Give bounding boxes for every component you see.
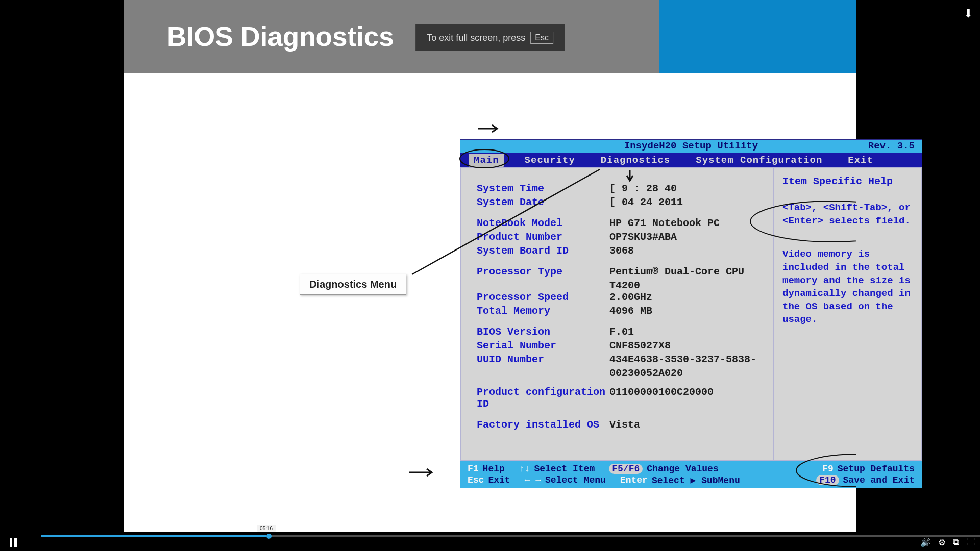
system-date-label: System Date: [477, 196, 609, 208]
tab-diagnostics[interactable]: Diagnostics: [596, 154, 675, 167]
download-icon[interactable]: ⬇: [964, 7, 973, 20]
system-time-value[interactable]: [ 9 : 28 40: [609, 183, 764, 194]
footer-select-submenu: EnterSelect ▶ SubMenu: [620, 474, 740, 486]
processor-type-label: Processor Type: [477, 266, 609, 278]
bios-utility-title: InsydeH20 Setup Utility: [624, 140, 758, 152]
processor-speed-value: 2.00GHz: [609, 291, 764, 303]
bios-setup-window: InsydeH20 Setup Utility Rev. 3.5 Main Se…: [460, 139, 922, 487]
processor-speed-label: Processor Speed: [477, 291, 609, 303]
system-board-value: 3068: [609, 245, 764, 257]
help-panel-title: Item Specific Help: [782, 176, 913, 187]
product-number-label: Product Number: [477, 231, 609, 243]
factory-os-value: Vista: [609, 419, 764, 431]
footer-select-menu: ← →Select Menu: [525, 474, 606, 486]
total-memory-label: Total Memory: [477, 305, 609, 317]
system-board-label: System Board ID: [477, 245, 609, 257]
factory-os-label: Factory installed OS: [477, 419, 609, 431]
fullscreen-icon[interactable]: ⛶: [966, 537, 975, 548]
svg-rect-5: [14, 538, 17, 547]
slide-title: BIOS Diagnostics: [167, 21, 394, 52]
footer-exit: EscExit: [468, 474, 510, 486]
system-time-label: System Time: [477, 183, 609, 194]
uuid-value-2: 00230052A020: [477, 367, 764, 379]
bios-titlebar: InsydeH20 Setup Utility Rev. 3.5: [460, 140, 922, 153]
tab-main[interactable]: Main: [469, 154, 504, 167]
video-scrubber[interactable]: [266, 534, 272, 539]
footer-setup-defaults: F9Setup Defaults: [822, 464, 915, 474]
help-video-memory-text: Video memory is included in the total me…: [782, 248, 913, 327]
esc-toast-text: To exit full screen, press: [427, 33, 525, 43]
settings-icon[interactable]: ⚙: [938, 537, 946, 548]
diagnostics-menu-callout: Diagnostics Menu: [300, 274, 406, 295]
bios-version-label: BIOS Version: [477, 326, 609, 338]
uuid-label: UUID Number: [477, 354, 609, 365]
esc-key-label: Esc: [530, 32, 553, 44]
tab-system-configuration[interactable]: System Configuration: [691, 154, 827, 167]
processor-type-value-2: T4200: [477, 280, 764, 291]
video-time-bubble: 05:16: [257, 525, 276, 532]
pause-button[interactable]: [0, 538, 27, 547]
bios-main-panel: System Time[ 9 : 28 40 System Date[ 04 2…: [460, 167, 774, 461]
bios-revision: Rev. 3.5: [868, 140, 915, 152]
product-config-value: 01100000100C20000: [609, 386, 764, 410]
footer-change-values: F5/F6Change Values: [609, 464, 718, 474]
footer-save-exit: F10Save and Exit: [816, 474, 915, 486]
pip-icon[interactable]: ⧉: [953, 537, 959, 548]
video-progress-track[interactable]: 05:16: [41, 535, 980, 537]
serial-number-value: CNF85027X8: [609, 340, 764, 352]
total-memory-value: 4096 MB: [609, 305, 764, 317]
fullscreen-esc-toast: To exit full screen, press Esc: [415, 24, 565, 51]
footer-help: F1Help: [468, 464, 505, 474]
footer-select-item: ↑↓Select Item: [519, 464, 595, 474]
bios-footer: F1Help ↑↓Select Item F5/F6Change Values …: [460, 461, 922, 488]
svg-rect-4: [10, 538, 12, 547]
slide-header: BIOS Diagnostics: [124, 0, 659, 73]
notebook-model-value: HP G71 Notebook PC: [609, 217, 764, 229]
system-date-value[interactable]: [ 04 24 2011: [609, 196, 764, 208]
bios-tabs: Main Security Diagnostics System Configu…: [460, 153, 922, 167]
volume-icon[interactable]: 🔊: [920, 537, 931, 548]
slide-header-accent: [659, 0, 856, 73]
help-select-field-text: <Tab>, <Shift-Tab>, or <Enter> selects f…: [782, 202, 913, 228]
tab-security[interactable]: Security: [520, 154, 580, 167]
product-number-value: OP7SKU3#ABA: [609, 231, 764, 243]
video-controls: 05:16 🔊 ⚙ ⧉ ⛶: [0, 534, 980, 551]
processor-type-value: Pentium® Dual-Core CPU: [609, 266, 764, 278]
uuid-value: 434E4638-3530-3237-5838-: [609, 354, 764, 365]
tab-exit[interactable]: Exit: [843, 154, 878, 167]
serial-number-label: Serial Number: [477, 340, 609, 352]
bios-help-panel: Item Specific Help <Tab>, <Shift-Tab>, o…: [774, 167, 922, 461]
product-config-label: Product configuration ID: [477, 386, 609, 410]
video-progress-fill: [41, 535, 266, 537]
notebook-model-label: NoteBook Model: [477, 217, 609, 229]
bios-version-value: F.01: [609, 326, 764, 338]
